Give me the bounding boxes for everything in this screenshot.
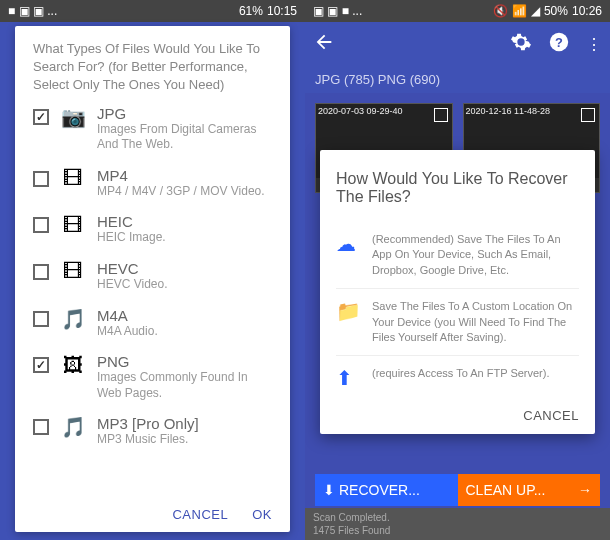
filetype-name: PNG (97, 353, 272, 370)
thumb-date: 2020-12-16 11-48-28 (466, 106, 551, 116)
filetype-icon: 🎞 (59, 167, 87, 191)
filetype-desc: M4A Audio. (97, 324, 272, 340)
cancel-button[interactable]: CANCEL (172, 507, 228, 522)
filetype-name: JPG (97, 105, 272, 122)
screen-right: ▣ ▣ ■ ... 🔇 📶 ◢ 50% 10:26 ? ⋮ JPG (785) … (305, 0, 610, 540)
option-text: (Recommended) Save The Files To An App O… (372, 232, 579, 278)
expand-icon[interactable] (581, 108, 595, 122)
filetype-icon: 🎞 (59, 213, 87, 237)
dialog-title: What Types Of Files Would You Like To Se… (33, 40, 272, 95)
filetype-icon: 📷 (59, 105, 87, 129)
tabs-bar[interactable]: JPG (785) PNG (690) (305, 66, 610, 93)
option-icon: ☁ (336, 232, 360, 256)
cancel-button[interactable]: CANCEL (523, 408, 579, 423)
filetype-desc: HEIC Image. (97, 230, 272, 246)
help-icon[interactable]: ? (548, 31, 570, 57)
checkbox[interactable] (33, 357, 49, 373)
scan-status: Scan Completed. 1475 Files Found (305, 508, 610, 540)
filetype-row[interactable]: 🎵 M4A M4A Audio. (33, 307, 272, 340)
signal-icon: ◢ (531, 4, 540, 18)
filetype-row[interactable]: 🎞 HEVC HEVC Video. (33, 260, 272, 293)
option-text: Save The Files To A Custom Location On Y… (372, 299, 579, 345)
filetype-row[interactable]: 🎵 MP3 [Pro Only] MP3 Music Files. (33, 415, 272, 448)
recover-option[interactable]: ☁ (Recommended) Save The Files To An App… (336, 222, 579, 289)
overflow-icon[interactable]: ⋮ (586, 35, 602, 54)
status-right: 61% 10:15 (239, 4, 297, 18)
checkbox[interactable] (33, 217, 49, 233)
app-bar: ? ⋮ (305, 22, 610, 66)
arrow-right-icon: → (578, 482, 592, 498)
filetype-desc: MP4 / M4V / 3GP / MOV Video. (97, 184, 272, 200)
screen-left: ■ ▣ ▣ ... 61% 10:15 What Types Of Files … (0, 0, 305, 540)
filetype-icon: 🎵 (59, 415, 87, 439)
checkbox[interactable] (33, 171, 49, 187)
checkbox[interactable] (33, 419, 49, 435)
option-text: (requires Access To An FTP Server). (372, 366, 550, 381)
recover-actions: CANCEL (336, 400, 579, 424)
thumb-date: 2020-07-03 09-29-40 (318, 106, 403, 116)
battery-text: 50% (544, 4, 568, 18)
filetype-list: 📷 JPG Images From Digital Cameras And Th… (33, 105, 272, 499)
checkbox[interactable] (33, 109, 49, 125)
filetype-row[interactable]: 🎞 MP4 MP4 / M4V / 3GP / MOV Video. (33, 167, 272, 200)
option-icon: ⬆ (336, 366, 360, 390)
status-bar: ▣ ▣ ■ ... 🔇 📶 ◢ 50% 10:26 (305, 0, 610, 22)
filetype-name: HEVC (97, 260, 272, 277)
filetype-desc: HEVC Video. (97, 277, 272, 293)
ok-button[interactable]: OK (252, 507, 272, 522)
recover-button[interactable]: ⬇ RECOVER... (315, 474, 458, 506)
recover-title: How Would You Like To Recover The Files? (336, 170, 579, 206)
status-icons-left: ■ ▣ ▣ ... (8, 4, 57, 18)
status-bar: ■ ▣ ▣ ... 61% 10:15 (0, 0, 305, 22)
cleanup-button[interactable]: CLEAN UP... → (458, 474, 601, 506)
svg-text:?: ? (555, 35, 563, 50)
bottom-action-bar: ⬇ RECOVER... CLEAN UP... → (315, 474, 600, 506)
filetype-icon: 🖼 (59, 353, 87, 377)
battery-text: 61% (239, 4, 263, 18)
recover-option[interactable]: 📁 Save The Files To A Custom Location On… (336, 289, 579, 356)
status-icons-left: ▣ ▣ ■ ... (313, 4, 362, 18)
filetype-desc: MP3 Music Files. (97, 432, 272, 448)
back-icon[interactable] (313, 31, 335, 57)
checkbox[interactable] (33, 264, 49, 280)
option-icon: 📁 (336, 299, 360, 323)
filetype-name: MP3 [Pro Only] (97, 415, 272, 432)
filetype-name: HEIC (97, 213, 272, 230)
filetype-dialog: What Types Of Files Would You Like To Se… (15, 26, 290, 532)
checkbox[interactable] (33, 311, 49, 327)
filetype-icon: 🎞 (59, 260, 87, 284)
recover-option[interactable]: ⬆ (requires Access To An FTP Server). (336, 356, 579, 400)
filetype-desc: Images From Digital Cameras And The Web. (97, 122, 272, 153)
mute-icon: 🔇 (493, 4, 508, 18)
download-icon: ⬇ (323, 482, 335, 498)
filetype-name: M4A (97, 307, 272, 324)
clock: 10:26 (572, 4, 602, 18)
wifi-icon: 📶 (512, 4, 527, 18)
recover-dialog: How Would You Like To Recover The Files?… (320, 150, 595, 434)
filetype-row[interactable]: 🎞 HEIC HEIC Image. (33, 213, 272, 246)
filetype-row[interactable]: 🖼 PNG Images Commonly Found In Web Pages… (33, 353, 272, 401)
expand-icon[interactable] (434, 108, 448, 122)
recover-options: ☁ (Recommended) Save The Files To An App… (336, 222, 579, 400)
filetype-icon: 🎵 (59, 307, 87, 331)
gear-icon[interactable] (510, 31, 532, 57)
filetype-name: MP4 (97, 167, 272, 184)
clock: 10:15 (267, 4, 297, 18)
dialog-actions: CANCEL OK (33, 499, 272, 522)
filetype-desc: Images Commonly Found In Web Pages. (97, 370, 272, 401)
status-right: 🔇 📶 ◢ 50% 10:26 (493, 4, 602, 18)
filetype-row[interactable]: 📷 JPG Images From Digital Cameras And Th… (33, 105, 272, 153)
